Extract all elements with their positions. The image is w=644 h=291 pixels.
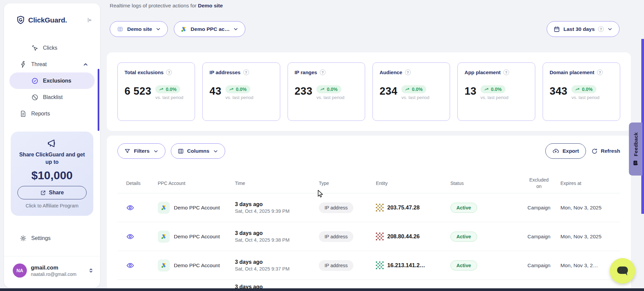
chevron-updown-icon [88,268,94,274]
help-icon[interactable]: ? [320,69,326,75]
report-document-icon [19,110,27,117]
expires-at-value: Mon, Nov 3, 2025 [560,205,620,211]
time-full: Sat, Oct 4, 2025 9:38 PM [235,237,319,243]
help-icon[interactable]: ? [503,69,509,75]
entity-identicon [376,204,384,212]
stat-label: IP addresses [209,69,240,75]
brand-name: ClickGuard. [28,16,67,24]
entity-identicon [376,261,384,270]
time-full: Sat, Oct 4, 2025 9:37 PM [235,266,319,272]
export-button[interactable]: Export [545,143,586,159]
eye-details-icon[interactable] [126,233,134,241]
trend-up-icon [575,87,580,92]
columns-button[interactable]: Columns [171,143,225,159]
cloud-download-icon [552,148,559,154]
sidebar-item-label: Blacklist [43,94,63,100]
user-name: gmail.com [31,264,77,271]
col-header-time: Time [235,181,319,186]
filters-button-label: Filters [134,148,150,154]
stat-period: vs. last period [155,95,183,100]
stats-panel: Total exclusions? 6 523 0.0% vs. last pe… [107,52,631,131]
ppc-account-name: Demo PPC Account [174,234,220,240]
excluded-on-value: Campaign [517,262,560,268]
stat-value: 13 [464,85,476,97]
sidebar-item-label: Threat [31,61,47,67]
site-selector[interactable]: Demo site [110,21,168,37]
sidebar-nav: Clicks Threat Exclusions [4,40,100,122]
stat-card-ip-ranges: IP ranges? 233 0.0% vs. last period [288,62,365,121]
feedback-chat-icon [633,160,639,166]
feedback-label: Feedback [633,132,639,156]
ppc-account-selector-value: Demo PPC ac… [191,26,230,32]
chat-bubble-icon [616,265,629,277]
lightning-icon [19,61,27,68]
ppc-account-selector[interactable]: Demo PPC ac… [174,21,245,37]
eye-details-icon[interactable] [126,261,134,270]
date-range-value: Last 30 days [563,26,595,32]
col-header-details: Details [117,181,158,186]
refresh-button[interactable]: Refresh [591,148,620,154]
chevron-up-icon[interactable] [83,61,89,67]
stat-label: Domain placement [550,69,594,75]
google-ads-icon [158,202,170,214]
stat-delta: 0.0% [166,87,177,92]
sidebar-item-blacklist[interactable]: Blacklist [4,89,100,105]
chevron-down-icon [233,26,239,32]
context-selectors: Demo site Demo PPC ac… [110,21,245,37]
stat-delta: 0.0% [236,87,247,92]
trend-up-icon [320,87,325,92]
stat-card-ip-addresses: IP addresses? 43 0.0% vs. last period [202,62,280,121]
chevron-down-icon [153,148,159,154]
chevron-down-icon [155,26,161,32]
stat-card-domain-placement: Domain placement? 343 0.0% vs. last peri… [543,62,620,121]
sidebar-item-settings[interactable]: Settings [4,230,100,246]
help-icon[interactable]: ? [243,69,249,75]
stat-delta: 0.0% [582,87,593,92]
stat-label: App placement [464,69,501,75]
stat-card-total-exclusions: Total exclusions? 6 523 0.0% vs. last pe… [117,62,195,121]
type-badge: IP address [319,202,353,213]
ppc-account-name: Demo PPC Account [174,262,220,269]
time-full: Sat, Oct 4, 2025 9:39 PM [235,208,319,214]
sidebar: ClickGuard. Clicks Threat [4,3,100,288]
refresh-button-label: Refresh [601,148,620,154]
filters-button[interactable]: Filters [117,143,165,159]
help-icon[interactable]: ? [405,69,411,75]
collapse-sidebar-icon[interactable] [86,17,93,23]
subtitle-site-name: Demo site [198,3,223,8]
subtitle-prefix: Realtime logs of protective actions for [110,3,196,8]
date-range-selector[interactable]: Last 30 days ? [547,21,620,37]
stat-card-app-placement: App placement? 13 0.0% vs. last period [457,62,535,121]
sidebar-scrollbar[interactable] [98,69,99,131]
feedback-tab[interactable]: Feedback [629,123,642,176]
stat-value: 43 [209,85,221,97]
sidebar-item-exclusions[interactable]: Exclusions [9,72,95,89]
user-account-menu[interactable]: NA gmail.com naatali.ro@gmail.com [13,260,94,281]
ppc-account-name: Demo PPC Account [174,205,220,211]
sidebar-item-label: Exclusions [43,78,71,84]
google-ads-icon [158,231,170,243]
col-header-ppc-account: PPC Account [158,181,235,186]
share-button[interactable]: Share [17,186,87,199]
status-badge: Active [450,232,477,242]
sidebar-item-threat[interactable]: Threat [4,56,100,72]
sidebar-item-clicks[interactable]: Clicks [4,40,100,56]
site-selector-value: Demo site [127,26,152,32]
chat-launcher-button[interactable] [610,258,635,284]
affiliate-promo-card[interactable]: Share ClickGuard and get up to $10,000 S… [11,132,93,216]
col-header-excluded-on: Excluded on [528,177,550,189]
sidebar-item-label: Settings [31,235,51,241]
entity-value: 208.80.44.26 [387,233,419,240]
trend-up-icon [159,87,164,92]
help-icon[interactable]: ? [597,69,603,75]
stat-delta: 0.0% [491,87,502,92]
sidebar-item-label: Reports [31,111,50,117]
sidebar-item-reports[interactable]: Reports [4,105,100,122]
eye-details-icon[interactable] [126,204,134,212]
stat-value: 234 [380,85,397,97]
help-icon[interactable]: ? [166,69,172,75]
stat-period: vs. last period [316,95,344,100]
columns-button-label: Columns [187,148,209,154]
promo-text: Share ClickGuard and get up to [18,151,86,165]
stat-period: vs. last period [481,95,508,100]
